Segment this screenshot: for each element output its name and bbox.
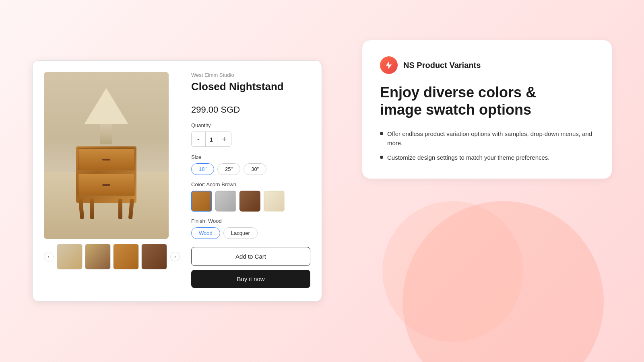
main-product-image xyxy=(44,72,169,239)
title-divider xyxy=(191,98,310,98)
quantity-label: Quantity xyxy=(191,122,310,128)
thumbnail-2[interactable] xyxy=(85,244,111,269)
add-to-cart-button[interactable]: Add to Cart xyxy=(191,247,310,266)
quantity-control: - 1 + xyxy=(191,132,231,147)
info-bullet-2: Customize design settings to match your … xyxy=(380,153,594,162)
size-button-30[interactable]: 30" xyxy=(244,163,266,175)
bullet-dot-2 xyxy=(380,156,383,159)
bullet-dot-1 xyxy=(380,132,383,135)
lightning-icon xyxy=(384,60,394,70)
prev-thumb-button[interactable]: ‹ xyxy=(44,252,54,261)
headline-line1: Enjoy diverse colors & xyxy=(380,84,536,101)
quantity-increment-button[interactable]: + xyxy=(217,132,231,146)
color-label: Color: Acorn Brown xyxy=(191,181,310,187)
thumbnail-4[interactable] xyxy=(141,244,167,269)
finish-button-wood[interactable]: Wood xyxy=(191,227,220,239)
thumbnail-3[interactable] xyxy=(113,244,139,269)
info-headline: Enjoy diverse colors & image swatch opti… xyxy=(380,84,594,118)
size-options: 18" 25" 30" xyxy=(191,163,310,175)
info-header: NS Product Variants xyxy=(380,56,594,74)
next-thumb-button[interactable]: › xyxy=(170,252,180,261)
brand-name: West Elmm Studio xyxy=(191,72,310,78)
size-button-25[interactable]: 25" xyxy=(217,163,240,175)
size-label: Size xyxy=(191,154,310,160)
ns-logo-icon xyxy=(380,56,398,74)
thumbnail-1[interactable] xyxy=(57,244,83,269)
finish-button-lacquer[interactable]: Lacquer xyxy=(223,227,258,239)
bullet-text-1: Offer endless product variation options … xyxy=(387,130,594,148)
product-image-section: ‹ › xyxy=(44,72,180,288)
info-brand-name: NS Product Variants xyxy=(403,61,481,70)
bullet-text-2: Customize design settings to match your … xyxy=(387,153,550,162)
color-swatch-acorn-brown[interactable] xyxy=(191,191,212,212)
color-swatches xyxy=(191,191,310,212)
info-card: NS Product Variants Enjoy diverse colors… xyxy=(362,40,612,179)
finish-options: Wood Lacquer xyxy=(191,227,310,239)
product-card: ‹ › West Elmm Studio Closed Nightstand 2… xyxy=(32,60,322,302)
product-details: West Elmm Studio Closed Nightstand 299.0… xyxy=(191,72,310,288)
color-swatch-dark-brown[interactable] xyxy=(239,191,260,212)
info-bullet-1: Offer endless product variation options … xyxy=(380,130,594,148)
size-button-18[interactable]: 18" xyxy=(191,163,214,175)
quantity-value: 1 xyxy=(205,132,217,146)
info-bullets: Offer endless product variation options … xyxy=(380,130,594,162)
thumbnails-row: ‹ › xyxy=(44,244,180,269)
product-title: Closed Nightstand xyxy=(191,80,310,93)
finish-label: Finish: Wood xyxy=(191,218,310,224)
color-swatch-gray[interactable] xyxy=(215,191,236,212)
product-price: 299.00 SGD xyxy=(191,105,310,115)
buy-now-button[interactable]: Buy it now xyxy=(191,270,310,288)
quantity-decrement-button[interactable]: - xyxy=(192,132,205,146)
headline-line2: image swatch options xyxy=(380,101,531,118)
color-swatch-cream[interactable] xyxy=(264,191,285,212)
